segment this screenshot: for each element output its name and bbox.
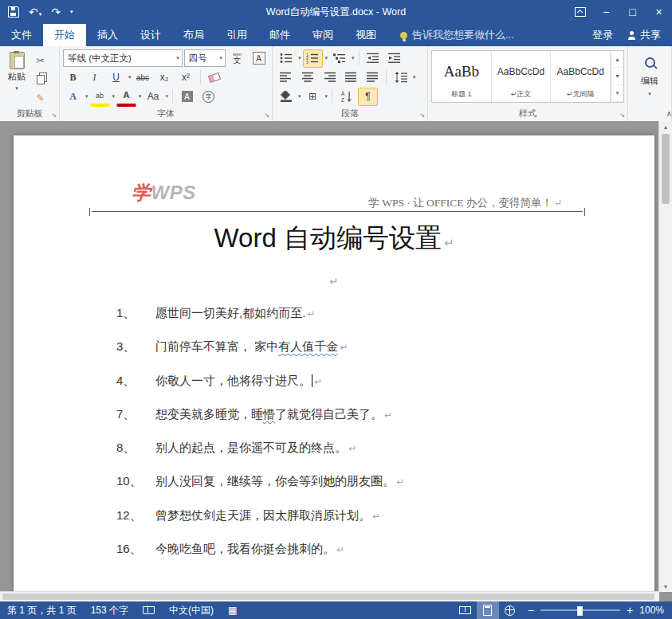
line-spacing-button[interactable] <box>391 69 411 87</box>
styles-more-button[interactable]: ▾ <box>611 85 623 102</box>
list-item[interactable]: 16、今晚吃鱼吧，我看你挺会挑刺的。↵ <box>116 540 607 558</box>
decrease-indent-button[interactable] <box>364 49 383 68</box>
list-item[interactable]: 4、你敬人一寸，他将得寸进尺。↵ <box>116 372 607 390</box>
document-title[interactable]: Word 自动编号设置↵ <box>14 220 654 261</box>
clipboard-dialog-launcher[interactable]: ↘ <box>51 112 57 119</box>
style-normal[interactable]: AaBbCcDd ↵正文 <box>492 51 552 102</box>
tab-设计[interactable]: 设计 <box>129 24 172 46</box>
paste-button[interactable]: 粘贴 ▾ <box>3 49 30 107</box>
share-button[interactable]: 共享 <box>627 28 661 42</box>
phonetic-guide-button[interactable]: wén文 <box>227 49 247 68</box>
close-button[interactable]: × <box>646 0 672 24</box>
tab-审阅[interactable]: 审阅 <box>301 24 344 46</box>
editing-menu-button[interactable]: 编辑 ▾ <box>631 49 668 98</box>
format-painter-button[interactable]: ✎ <box>30 89 50 107</box>
horizontal-scrollbar-thumb[interactable] <box>2 594 654 600</box>
save-button[interactable] <box>8 6 19 18</box>
vertical-scrollbar-thumb[interactable] <box>662 134 670 204</box>
shading-button[interactable] <box>276 88 296 106</box>
tab-布局[interactable]: 布局 <box>172 24 215 46</box>
highlight-color-button[interactable]: ab <box>90 86 110 107</box>
align-left-button[interactable] <box>276 69 296 87</box>
document-page[interactable]: 学WPS 学 WPS · 让 OFFICE 办公，变得简单！↵ Word 自动编… <box>14 135 654 592</box>
character-shading-button[interactable]: A <box>177 88 197 106</box>
italic-button[interactable]: I <box>84 69 104 87</box>
numbering-button[interactable]: 123 <box>303 49 323 68</box>
text-effects-button[interactable]: A <box>63 88 83 106</box>
paragraph-dialog-launcher[interactable]: ↘ <box>419 112 425 119</box>
zoom-in-button[interactable]: + <box>627 605 633 616</box>
minimize-button[interactable]: − <box>593 0 619 24</box>
zoom-level[interactable]: 100% <box>639 605 672 616</box>
align-center-button[interactable] <box>297 69 317 87</box>
font-size-combo[interactable]: 四号▾ <box>184 49 226 67</box>
bold-button[interactable]: B <box>63 69 83 87</box>
font-name-combo[interactable]: 等线 (中文正文)▾ <box>63 49 183 67</box>
zoom-slider[interactable] <box>540 609 620 611</box>
maximize-button[interactable]: □ <box>619 0 646 24</box>
proofing-status[interactable] <box>136 606 162 614</box>
status-bar: 第 1 页，共 1 页 153 个字 中文(中国) ▦ − + 100% <box>0 601 672 619</box>
zoom-slider-thumb[interactable] <box>577 606 583 616</box>
word-count[interactable]: 153 个字 <box>84 604 136 617</box>
tell-me-box[interactable]: 告诉我您想要做什么... <box>400 24 514 46</box>
ribbon-display-options-button[interactable] <box>567 0 593 24</box>
list-item[interactable]: 10、别人没回复，继续等，你会等到她的朋友圈。↵ <box>116 472 607 491</box>
styles-scroll-down-button[interactable]: ▼ <box>611 68 623 84</box>
strikethrough-button[interactable]: abc <box>133 69 153 87</box>
scroll-up-button[interactable]: ▲ <box>659 121 672 132</box>
language-indicator[interactable]: 中文(中国) <box>162 604 221 617</box>
align-right-button[interactable] <box>319 69 339 87</box>
read-mode-button[interactable] <box>454 601 477 619</box>
enclose-character-button[interactable]: 字 <box>198 88 218 106</box>
increase-indent-button[interactable] <box>385 49 405 68</box>
show-formatting-marks-button[interactable]: ¶ <box>358 88 378 106</box>
print-layout-button[interactable] <box>477 601 499 619</box>
list-item[interactable]: 8、别人的起点，是你遥不可及的终点。↵ <box>116 439 607 457</box>
style-heading1[interactable]: AaBb 标题 1 <box>432 51 492 102</box>
bullets-button[interactable] <box>276 49 296 68</box>
redo-button[interactable]: ↷ <box>51 6 61 18</box>
distributed-button[interactable] <box>362 69 382 87</box>
input-mode-indicator[interactable]: ▦ <box>221 605 244 615</box>
styles-dialog-launcher[interactable]: ↘ <box>619 112 625 119</box>
copy-button[interactable] <box>30 71 50 88</box>
sort-button[interactable]: AZ <box>336 88 356 106</box>
justify-button[interactable] <box>340 69 360 87</box>
multilevel-list-button[interactable] <box>329 49 349 68</box>
horizontal-scrollbar[interactable] <box>0 591 659 601</box>
font-color-button[interactable]: A <box>116 86 136 107</box>
web-layout-button[interactable] <box>499 601 521 619</box>
underline-button[interactable]: U <box>106 69 126 87</box>
clear-formatting-button[interactable] <box>205 69 225 87</box>
superscript-button[interactable]: x² <box>176 69 196 87</box>
character-border-button[interactable]: A <box>249 49 269 68</box>
style-no-spacing[interactable]: AaBbCcDd ↵无间隔 <box>551 51 611 102</box>
scroll-down-button[interactable]: ▼ <box>659 581 672 592</box>
tab-插入[interactable]: 插入 <box>86 24 129 46</box>
list-item[interactable]: 12、曾梦想仗剑走天涯，因太胖取消原计划。↵ <box>116 507 607 525</box>
styles-scroll-up-button[interactable]: ▲ <box>611 51 623 68</box>
tab-开始[interactable]: 开始 <box>43 24 86 46</box>
paragraph-mark: ↵ <box>444 236 454 249</box>
list-item[interactable]: 7、想变美就多睡觉，睡懵了就觉得自己美了。↵ <box>116 405 607 424</box>
tab-引用[interactable]: 引用 <box>215 24 258 46</box>
customize-qat-button[interactable]: ▾ <box>70 8 73 16</box>
undo-button[interactable]: ↶▾ <box>29 6 41 18</box>
tab-file[interactable]: 文件 <box>0 24 43 46</box>
collapse-ribbon-button[interactable]: ∧ <box>666 109 672 118</box>
sign-in-button[interactable]: 登录 <box>592 28 613 42</box>
font-dialog-launcher[interactable]: ↘ <box>264 112 269 119</box>
borders-button[interactable]: ⊞ <box>303 88 323 106</box>
subscript-button[interactable]: x₂ <box>155 69 175 87</box>
vertical-scrollbar[interactable]: ▲ ▼ <box>658 121 672 592</box>
tab-邮件[interactable]: 邮件 <box>258 24 301 46</box>
search-button[interactable] <box>640 53 660 72</box>
list-item[interactable]: 3、门前停车不算富， 家中有人值千金↵ <box>116 338 607 356</box>
page-indicator[interactable]: 第 1 页，共 1 页 <box>0 604 84 617</box>
zoom-out-button[interactable]: − <box>528 605 534 616</box>
change-case-button[interactable]: Aa <box>143 88 163 106</box>
cut-button[interactable]: ✂ <box>30 52 50 69</box>
tab-视图[interactable]: 视图 <box>344 24 387 46</box>
list-item[interactable]: 1、愿世间一切美好,都如约而至.↵ <box>116 304 607 323</box>
